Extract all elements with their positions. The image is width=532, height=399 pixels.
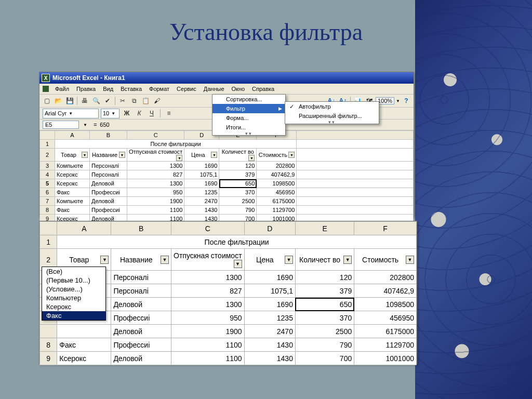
- format-painter-icon[interactable]: 🖌: [152, 96, 162, 106]
- name-box[interactable]: E5: [43, 121, 79, 129]
- bold-icon[interactable]: Ж: [122, 108, 132, 118]
- font-size-combo[interactable]: 10▼: [101, 109, 119, 118]
- menu-edit[interactable]: Правка: [73, 85, 99, 93]
- filter-dropdown-icon[interactable]: ▼: [211, 152, 217, 158]
- menu-data[interactable]: Данные: [201, 85, 228, 93]
- menu-insert[interactable]: Вставка: [117, 85, 145, 93]
- filter-option[interactable]: (Все): [42, 267, 105, 276]
- print-icon[interactable]: 🖶: [79, 96, 90, 106]
- filter-dropdown-icon[interactable]: ▼: [406, 256, 414, 264]
- menu-item-sort[interactable]: Сортировка...: [212, 95, 285, 104]
- open-icon[interactable]: 📂: [53, 96, 63, 106]
- menu-file[interactable]: Файл: [52, 85, 72, 93]
- filter-dropdown-icon[interactable]: ▼: [288, 152, 295, 158]
- filter-option[interactable]: Компьютер: [42, 294, 105, 302]
- cut-icon[interactable]: ✂: [117, 96, 128, 106]
- decorative-wave-art: [415, 0, 532, 399]
- check-icon: ✓: [289, 103, 294, 110]
- window-title: Microsoft Excel - Книга1: [52, 74, 125, 82]
- filter-dropdown-icon[interactable]: ▼: [285, 256, 293, 264]
- filter-dropdown-icon[interactable]: ▼: [248, 155, 255, 161]
- menu-view[interactable]: Вид: [100, 85, 116, 93]
- autofilter-list[interactable]: (Все) (Первые 10...) (Условие...) Компью…: [42, 267, 106, 321]
- fx-label: =: [94, 122, 97, 128]
- filter-submenu[interactable]: ✓Автофильтр Расширенный фильтр... ▾▾: [285, 101, 379, 124]
- underline-icon[interactable]: Ч: [147, 108, 157, 118]
- paste-icon[interactable]: 📋: [140, 96, 151, 106]
- window-titlebar: X Microsoft Excel - Книга1: [39, 72, 414, 84]
- submenu-advanced-filter[interactable]: Расширенный фильтр...: [285, 111, 379, 121]
- submenu-arrow-icon: ▶: [278, 106, 282, 111]
- filter-dropdown-icon[interactable]: ▼: [119, 152, 125, 158]
- filter-option[interactable]: (Условие...): [42, 285, 105, 294]
- filter-dropdown-icon[interactable]: ▼: [100, 256, 109, 264]
- excel-app-icon: X: [42, 74, 50, 82]
- excel-screenshot-top: X Microsoft Excel - Книга1 Файл Правка В…: [39, 72, 414, 217]
- new-icon[interactable]: ▢: [42, 96, 52, 106]
- italic-icon[interactable]: К: [134, 108, 144, 118]
- preview-icon[interactable]: 🔍: [91, 96, 101, 106]
- submenu-autofilter[interactable]: ✓Автофильтр: [285, 102, 379, 111]
- filter-dropdown-icon[interactable]: ▼: [82, 152, 88, 158]
- formula-bar[interactable]: 650: [100, 122, 109, 128]
- font-name-combo[interactable]: Arial Cyr▼: [43, 109, 99, 118]
- filter-option[interactable]: Ксерокс: [42, 302, 105, 311]
- menu-expand-icon[interactable]: ▾▾: [285, 121, 379, 124]
- menu-item-form[interactable]: Форма...: [212, 113, 285, 123]
- data-menu-dropdown[interactable]: Сортировка... Фильтр▶ Форма... Итоги... …: [212, 94, 286, 136]
- filter-option-selected[interactable]: Факс: [42, 311, 105, 320]
- menu-item-filter[interactable]: Фильтр▶: [212, 104, 285, 113]
- filter-dropdown-icon[interactable]: ▼: [234, 260, 242, 268]
- help-icon[interactable]: ?: [401, 96, 411, 106]
- copy-icon[interactable]: ⧉: [129, 96, 139, 106]
- filter-dropdown-icon[interactable]: ▼: [343, 256, 352, 264]
- excel-screenshot-bottom: A B C D E F 1После фильтрации 2 Товар▼ Н…: [39, 221, 417, 364]
- filter-dropdown-icon[interactable]: ▼: [176, 155, 182, 161]
- filter-dropdown-icon[interactable]: ▼: [161, 256, 169, 264]
- slide-title: Установка фильтра: [0, 18, 532, 46]
- menu-window[interactable]: Окно: [229, 85, 248, 93]
- menu-item-subtotals[interactable]: Итоги...: [212, 123, 285, 132]
- save-icon[interactable]: 💾: [64, 96, 75, 106]
- filter-option[interactable]: (Первые 10...): [42, 276, 105, 285]
- menu-tools[interactable]: Сервис: [174, 85, 200, 93]
- doc-icon: [43, 86, 49, 92]
- align-left-icon[interactable]: ≡: [164, 108, 174, 118]
- menu-expand-icon[interactable]: ▾▾: [212, 132, 285, 135]
- spellcheck-icon[interactable]: ✔: [102, 96, 113, 106]
- menu-help[interactable]: Справка: [249, 85, 277, 93]
- menu-bar[interactable]: Файл Правка Вид Вставка Формат Сервис Да…: [39, 84, 414, 95]
- menu-format[interactable]: Формат: [146, 85, 172, 93]
